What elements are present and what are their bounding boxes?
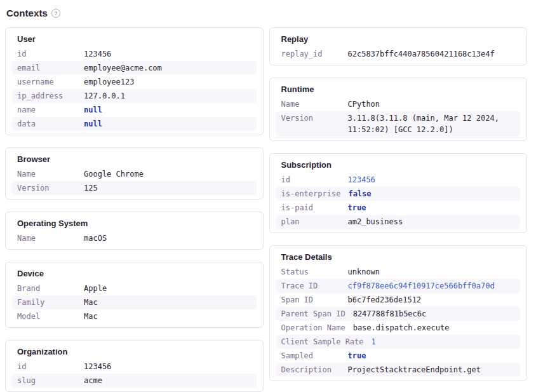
key-value-table: NamemacOS (12, 231, 257, 245)
context-row-status: Statusunknown (276, 265, 521, 279)
context-row-id: id123456 (12, 360, 257, 374)
context-row-brand: BrandApple (12, 281, 257, 295)
context-row-version: Version125 (12, 181, 257, 195)
card-subscription: Subscriptionid123456is-enterprisefalseis… (269, 153, 528, 233)
contexts-section-header: Contexts ? (6, 8, 527, 18)
left-column: Userid123456emailemployee@acme.comuserna… (5, 27, 264, 392)
context-row-slug: slugacme (12, 374, 257, 388)
card-runtime: RuntimeNameCPythonVersion3.11.8(3.11.8 (… (269, 78, 528, 141)
row-value: employee123 (84, 76, 251, 88)
key-value-table: NameGoogle ChromeVersion125 (12, 167, 257, 195)
row-key: id (17, 48, 76, 60)
key-value-table: replay_id62c5837bffc440a78560421168c13e4… (276, 47, 521, 61)
row-value: true (348, 202, 516, 213)
context-row-id: id123456 (12, 47, 257, 61)
context-row-email: emailemployee@acme.com (12, 61, 257, 75)
row-value: 123456 (84, 48, 251, 60)
context-row-name: NamemacOS (12, 231, 257, 245)
row-key: Sampled (281, 350, 340, 362)
context-row-operation-name: Operation Namebase.dispatch.execute (276, 321, 521, 335)
context-row-parent-span-id: Parent Span ID8247788f81b5ec6c (276, 307, 521, 321)
context-row-data: datanull (12, 117, 257, 131)
key-value-table: NameCPythonVersion3.11.8(3.11.8 (main, M… (276, 97, 521, 137)
row-value: false (348, 188, 515, 199)
context-row-name: NameCPython (276, 97, 521, 111)
card-title: Replay (276, 34, 521, 44)
context-row-span-id: Span IDb6c7fed236de1512 (276, 293, 521, 307)
row-key: Brand (17, 283, 76, 294)
row-key: Client Sample Rate (281, 336, 364, 348)
context-row-model: ModelMac (12, 309, 257, 323)
context-row-is-enterprise: is-enterprisefalse (276, 187, 521, 201)
key-value-table: id123456is-enterprisefalseis-paidtruepla… (276, 173, 521, 229)
context-row-name: namenull (12, 103, 257, 117)
card-title: Organization (12, 347, 257, 357)
contexts-grid: Userid123456emailemployee@acme.comuserna… (5, 27, 527, 392)
card-title: Browser (12, 154, 257, 165)
row-key: Trace ID (281, 280, 340, 292)
card-organization: Organizationid123456slugacme (5, 340, 264, 392)
row-value: Apple (84, 283, 251, 294)
row-key: Operation Name (281, 322, 345, 334)
card-user: Userid123456emailemployee@acme.comuserna… (5, 27, 264, 135)
context-row-replay-id: replay_id62c5837bffc440a78560421168c13e4… (276, 47, 521, 61)
row-value: 8247788f81b5ec6c (353, 308, 515, 320)
row-key: Name (17, 168, 76, 180)
context-row-trace-id: Trace IDcf9f878ee6c94f10917ce566bff0a70d (276, 279, 521, 293)
row-key: Version (17, 182, 76, 194)
card-replay: Replayreplay_id62c5837bffc440a7856042116… (269, 27, 528, 65)
row-value: 123456 (84, 361, 251, 372)
card-title: Trace Details (276, 252, 521, 262)
row-value: 1 (372, 336, 515, 348)
card-title: Runtime (276, 84, 521, 95)
row-value: 3.11.8(3.11.8 (main, Mar 12 2024, 11:52:… (348, 112, 516, 135)
card-trace-details: Trace DetailsStatusunknownTrace IDcf9f87… (269, 245, 528, 381)
row-value: 123456 (348, 174, 516, 186)
context-row-client-sample-rate: Client Sample Rate1 (276, 335, 521, 349)
row-value: 127.0.0.1 (84, 90, 251, 102)
row-value: true (348, 350, 516, 362)
row-key: data (17, 118, 76, 130)
help-icon[interactable]: ? (51, 9, 60, 18)
row-value: null (84, 118, 251, 130)
card-title: Subscription (276, 160, 521, 170)
row-value: ProjectStacktraceEndpoint.get (348, 364, 516, 375)
row-value: employee@acme.com (84, 62, 251, 74)
row-value: 62c5837bffc440a78560421168c13e4f (348, 48, 516, 60)
context-row-ip-address: ip_address127.0.0.1 (12, 89, 257, 103)
card-title: Device (12, 269, 257, 279)
row-key: replay_id (281, 48, 340, 60)
row-key: id (17, 361, 76, 372)
row-value: Mac (84, 311, 251, 322)
context-row-plan: planam2_business (276, 215, 521, 229)
row-value: macOS (84, 233, 251, 244)
row-key: Span ID (281, 294, 340, 306)
row-value: Mac (84, 297, 251, 308)
trace-id-link[interactable]: cf9f878ee6c94f10917ce566bff0a70d (348, 280, 516, 292)
context-row-name: NameGoogle Chrome (12, 167, 257, 181)
row-key: id (281, 174, 340, 186)
row-key: slug (17, 375, 76, 386)
row-value: b6c7fed236de1512 (348, 294, 516, 306)
context-row-id: id123456 (276, 173, 521, 187)
key-value-table: id123456emailemployee@acme.comusernameem… (12, 47, 257, 131)
context-row-version: Version3.11.8(3.11.8 (main, Mar 12 2024,… (276, 111, 521, 137)
row-key: Family (17, 297, 76, 308)
key-value-table: id123456slugacme (12, 360, 257, 388)
row-value: 125 (84, 182, 251, 194)
card-browser: BrowserNameGoogle ChromeVersion125 (5, 147, 264, 199)
row-value: CPython (348, 98, 516, 110)
card-operating-system: Operating SystemNamemacOS (5, 212, 264, 250)
row-value: base.dispatch.execute (353, 322, 515, 334)
context-row-description: DescriptionProjectStacktraceEndpoint.get (276, 363, 521, 377)
row-key: name (17, 104, 76, 116)
key-value-table: BrandAppleFamilyMacModelMac (12, 281, 257, 323)
row-value: null (84, 104, 251, 116)
row-key: email (17, 62, 76, 74)
row-key: Parent Span ID (281, 308, 345, 320)
row-key: Name (17, 233, 76, 244)
row-key: Version (281, 112, 340, 135)
key-value-table: StatusunknownTrace IDcf9f878ee6c94f10917… (276, 265, 521, 377)
row-key: plan (281, 216, 340, 227)
right-column: Replayreplay_id62c5837bffc440a7856042116… (269, 27, 528, 381)
